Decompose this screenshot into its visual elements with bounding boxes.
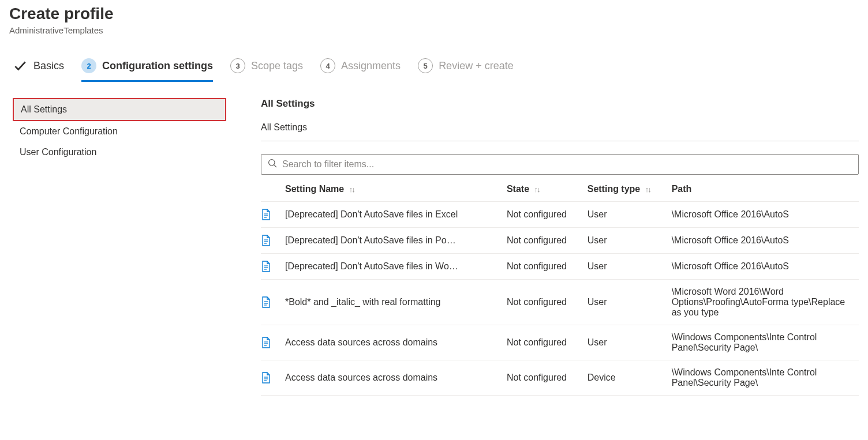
table-row[interactable]: [Deprecated] Don't AutoSave files in Po…… (261, 228, 859, 254)
section-title: All Settings (261, 98, 859, 110)
step-label: Scope tags (251, 60, 303, 72)
step-label: Basics (33, 60, 64, 72)
settings-tree: All Settings Computer Configuration User… (13, 98, 226, 396)
table-row[interactable]: *Bold* and _italic_ with real formatting… (261, 280, 859, 325)
cell-setting-type: User (588, 228, 672, 254)
sort-icon: ↑↓ (349, 185, 354, 194)
step-number-badge: 4 (320, 58, 335, 73)
step-number-badge: 5 (418, 58, 433, 73)
step-scope-tags[interactable]: 3 Scope tags (230, 58, 303, 82)
check-icon (13, 58, 28, 73)
cell-setting-name: *Bold* and _italic_ with real formatting (285, 280, 507, 325)
cell-path: \Windows Components\Inte Control Panel\S… (672, 325, 859, 360)
col-setting-type[interactable]: Setting type ↑↓ (588, 177, 672, 202)
cell-setting-type: User (588, 325, 672, 360)
cell-setting-name: [Deprecated] Don't AutoSave files in Exc… (285, 202, 507, 228)
settings-content: All Settings All Settings Setting Name (261, 98, 859, 396)
tree-item-computer-configuration[interactable]: Computer Configuration (13, 121, 226, 142)
cell-setting-type: User (588, 254, 672, 280)
cell-setting-name: [Deprecated] Don't AutoSave files in Po… (285, 228, 507, 254)
settings-scroll[interactable]: Setting Name ↑↓ State ↑↓ Setting type ↑↓ (261, 154, 859, 396)
cell-state: Not configured (507, 360, 588, 396)
table-row[interactable]: Access data sources across domainsNot co… (261, 360, 859, 396)
sort-icon: ↑↓ (645, 185, 650, 194)
cell-state: Not configured (507, 202, 588, 228)
cell-setting-name: Access data sources across domains (285, 360, 507, 396)
table-row[interactable]: [Deprecated] Don't AutoSave files in Wo…… (261, 254, 859, 280)
document-icon (261, 372, 280, 383)
step-assignments[interactable]: 4 Assignments (320, 58, 401, 82)
col-path[interactable]: Path (672, 177, 859, 202)
breadcrumb: All Settings (261, 122, 859, 141)
step-number-badge: 2 (81, 58, 96, 73)
page-title: Create profile (9, 5, 859, 23)
cell-setting-type: User (588, 202, 672, 228)
cell-path: \Microsoft Office 2016\AutoS (672, 254, 859, 280)
cell-state: Not configured (507, 280, 588, 325)
cell-state: Not configured (507, 228, 588, 254)
document-icon (261, 296, 280, 308)
step-label: Assignments (341, 60, 401, 72)
col-label: Path (672, 184, 692, 194)
step-basics[interactable]: Basics (13, 58, 64, 82)
document-icon (261, 337, 280, 348)
cell-setting-name: [Deprecated] Don't AutoSave files in Wo… (285, 254, 507, 280)
col-state[interactable]: State ↑↓ (507, 177, 588, 202)
wizard-steps: Basics 2 Configuration settings 3 Scope … (9, 58, 859, 82)
document-icon (261, 209, 280, 220)
step-review-create[interactable]: 5 Review + create (418, 58, 514, 82)
cell-setting-type: Device (588, 360, 672, 396)
page-subtitle: AdministrativeTemplates (9, 25, 859, 35)
col-label: Setting Name (285, 184, 344, 194)
cell-path: \Microsoft Word 2016\Word Options\Proofi… (672, 280, 859, 325)
tree-item-user-configuration[interactable]: User Configuration (13, 142, 226, 163)
tree-item-all-settings[interactable]: All Settings (13, 98, 226, 121)
cell-state: Not configured (507, 254, 588, 280)
table-row[interactable]: [Deprecated] Don't AutoSave files in Exc… (261, 202, 859, 228)
cell-state: Not configured (507, 325, 588, 360)
cell-path: \Microsoft Office 2016\AutoS (672, 202, 859, 228)
table-row[interactable]: Access data sources across domainsNot co… (261, 325, 859, 360)
col-label: State (507, 184, 529, 194)
sort-icon: ↑↓ (534, 185, 540, 194)
step-label: Configuration settings (102, 60, 213, 72)
search-input[interactable] (261, 154, 859, 175)
document-icon (261, 235, 280, 246)
cell-setting-name: Access data sources across domains (285, 325, 507, 360)
step-configuration-settings[interactable]: 2 Configuration settings (81, 58, 213, 82)
cell-setting-type: User (588, 280, 672, 325)
step-number-badge: 3 (230, 58, 245, 73)
step-label: Review + create (439, 60, 514, 72)
document-icon (261, 261, 280, 272)
settings-table: Setting Name ↑↓ State ↑↓ Setting type ↑↓ (261, 177, 859, 396)
cell-path: \Windows Components\Inte Control Panel\S… (672, 360, 859, 396)
col-label: Setting type (588, 184, 641, 194)
cell-path: \Microsoft Office 2016\AutoS (672, 228, 859, 254)
col-setting-name[interactable]: Setting Name ↑↓ (285, 177, 507, 202)
